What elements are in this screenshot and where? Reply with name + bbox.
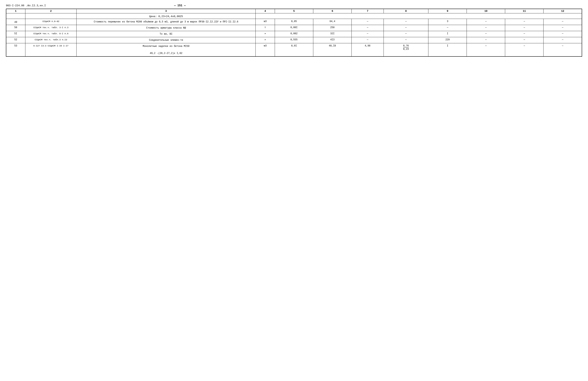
row-51-col6: 32I	[313, 31, 352, 37]
row-53-col9: I	[428, 43, 467, 57]
col-header-6: 6	[313, 9, 352, 13]
row-49-unit: м3	[256, 19, 275, 25]
row-51-col9: I	[428, 31, 467, 37]
row-52-col8: —	[383, 37, 428, 43]
row-53-col6: 48,I8	[313, 43, 352, 57]
row-53-col8-bot: 0,23	[403, 48, 409, 51]
table-row: 52 ССЦиСМ тех.ч. табл.3 п.I3 Соединитель…	[6, 37, 582, 43]
row-51-unit: »	[256, 31, 275, 37]
row-49-col8: —	[383, 19, 428, 25]
col-header-8: 8	[383, 9, 428, 13]
col-header-2: 2	[25, 9, 77, 13]
row-51-num: 5I	[6, 31, 25, 37]
row-50-col11: —	[505, 25, 544, 31]
row-53-unit: м3	[256, 43, 275, 57]
row-51-col5: 0,002	[275, 31, 313, 37]
row-50-num: 50	[6, 25, 25, 31]
row-52-col6: 4I3	[313, 37, 352, 43]
row-53-ref: 6-I27 I3-3 ССЦиСМ I-I6 I-I7	[25, 43, 77, 57]
row-53-desc: Монолитные заделки из бетона МI50 49,2 -…	[77, 43, 256, 57]
row-52-col12: —	[544, 37, 582, 43]
row-53-col8-top: 0,76	[403, 44, 409, 48]
row-50-col5: 0,00I	[275, 25, 313, 31]
row-49-ref: ССЦиСМ п.9-92	[25, 19, 77, 25]
row-52-col9: 229	[428, 37, 467, 43]
main-table: 1 2 3 4 5 6 7 8 9 10 11 12 Цена: 0,23+24…	[6, 9, 582, 57]
page-number: — 151 —	[46, 4, 314, 7]
col-header-1: 1	[6, 9, 25, 13]
price-label: Цена: 0,23+24,4х0,0025	[77, 13, 256, 19]
col-header-5: 5	[275, 9, 313, 13]
row-51-col10: —	[467, 31, 505, 37]
row-49-col11: —	[505, 19, 544, 25]
row-51-col12: —	[544, 31, 582, 37]
row-51-desc: То же, BI	[77, 31, 256, 37]
row-49-col6: 64,4	[313, 19, 352, 25]
row-50-col7: —	[352, 25, 384, 31]
row-53-col8: 0,76 0,23	[383, 43, 428, 57]
table-row: 49 ССЦиСМ п.9-92 Стоимость перемычек из …	[6, 19, 582, 25]
row-50-col12: —	[544, 25, 582, 31]
table-row: 53 6-I27 I3-3 ССЦиСМ I-I6 I-I7 Монолитны…	[6, 43, 582, 57]
row-49-num: 49	[6, 19, 25, 25]
col-header-7: 7	[352, 9, 384, 13]
row-49-col7: —	[352, 19, 384, 25]
col-header-12: 12	[544, 9, 582, 13]
row-52-col5: 0,555	[275, 37, 313, 43]
row-53-col7: 4,98	[352, 43, 384, 57]
row-52-col10: —	[467, 37, 505, 43]
row-50-col8: —	[383, 25, 428, 31]
page-header: 903-I-224.86 .Ал.I2.3,кн.I — 151 —	[6, 4, 582, 7]
row-50-col6: 250	[313, 25, 352, 31]
row-49-col5: 0,05	[275, 19, 313, 25]
row-50-col9: —	[428, 25, 467, 31]
table-row: 5I ССЦиСМ тех.ч. табл. 8-I п.6 То же, BI…	[6, 31, 582, 37]
doc-reference: 903-I-224.86 .Ал.I2.3,кн.I	[6, 4, 46, 7]
row-49-col12: —	[544, 19, 582, 25]
table-row: 50 ССЦиСМ тех.ч. табл. 3-I п.3 Стоимость…	[6, 25, 582, 31]
row-50-col10: —	[467, 25, 505, 31]
row-52-desc: Соединительные элемен-ти	[77, 37, 256, 43]
row-53-fraction: 0,76 0,23	[385, 44, 427, 51]
row-51-col8: —	[383, 31, 428, 37]
row-52-col11: —	[505, 37, 544, 43]
row-52-col7: —	[352, 37, 384, 43]
row-51-col7: —	[352, 31, 384, 37]
row-52-ref: ССЦиСМ тех.ч. табл.3 п.I3	[25, 37, 77, 43]
row-50-ref: ССЦиСМ тех.ч. табл. 3-I п.3	[25, 25, 77, 31]
row-50-unit: т	[256, 25, 275, 31]
row-53-num: 53	[6, 43, 25, 57]
table-header-row: 1 2 3 4 5 6 7 8 9 10 11 12	[6, 9, 582, 13]
row-51-ref: ССЦиСМ тех.ч. табл. 8-I п.6	[25, 31, 77, 37]
col-header-9: 9	[428, 9, 467, 13]
row-52-unit: »	[256, 37, 275, 43]
row-53-col10: —	[467, 43, 505, 57]
row-49-desc: Стоимость перемычек из бетона М200 объём…	[77, 19, 256, 25]
row-49-col10: —	[467, 19, 505, 25]
row-51-col11: —	[505, 31, 544, 37]
price-label-row: Цена: 0,23+24,4х0,0025	[6, 13, 582, 19]
col-header-3: 3	[77, 9, 256, 13]
col-header-10: 10	[467, 9, 505, 13]
row-52-num: 52	[6, 37, 25, 43]
row-50-desc: Стоимость арматуры класса АШ	[77, 25, 256, 31]
row-53-col5: 0,0I	[275, 43, 313, 57]
row-49-col9: 3	[428, 19, 467, 25]
row-53-col12: —	[544, 43, 582, 57]
col-header-11: 11	[505, 9, 544, 13]
row-53-col11: —	[505, 43, 544, 57]
col-header-4: 4	[256, 9, 275, 13]
